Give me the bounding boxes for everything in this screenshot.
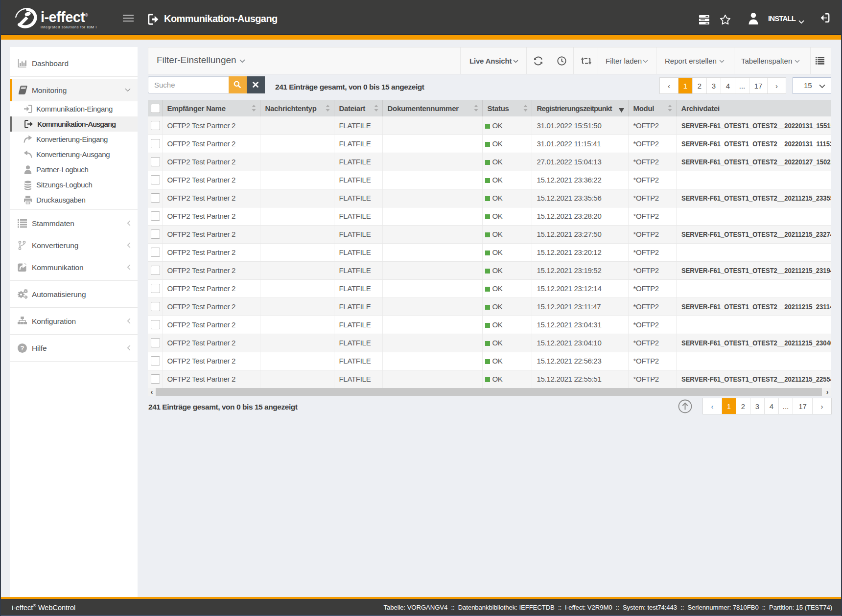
- svg-text:?: ?: [21, 344, 24, 352]
